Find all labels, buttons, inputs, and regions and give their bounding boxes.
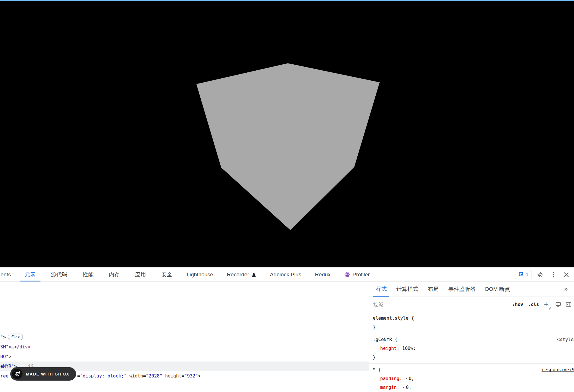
styles-filter-input[interactable] [373,301,502,308]
sidebar-tabs-overflow-icon[interactable]: » [560,285,572,293]
threejs-canvas [0,1,574,267]
screen: ents 元素 源代码 性能 内存 应用 安全 Lighthouse Recor… [0,0,574,392]
tab-security[interactable]: 安全 [154,268,180,281]
cube-3d-object [196,63,380,230]
flask-icon [252,272,256,277]
devtools-toolbar-right: 1 × [511,270,574,279]
tab-profiler[interactable]: Profiler [337,268,376,281]
css-property-line[interactable]: height: 100%; [373,344,574,353]
tab-elements[interactable]: 元素 [17,268,43,281]
filter-divider [507,300,507,308]
css-property-line[interactable]: padding: ▸0; [373,374,574,383]
devtools-content: ">flex SM">…</div> BQ"> eNYR">== $0 ree=… [0,282,574,392]
close-icon: × [563,271,569,279]
rule-close-line: } [373,322,574,331]
more-options-button[interactable] [548,270,558,279]
tab-memory[interactable]: 内存 [101,268,127,281]
issues-count: 1 [526,272,528,277]
styles-sidebar: 样式 计算样式 布局 事件监听器 DOM 断点 » :hov .cls + [369,282,574,392]
rule-selector-line: * { responsive:9 [373,365,574,374]
flex-badge[interactable]: flex [8,334,23,340]
rendering-emulation-icon[interactable] [555,302,561,307]
dom-tree-line[interactable]: BQ"> [0,352,369,362]
tab-sources[interactable]: 源代码 [43,268,75,281]
styles-filter-bar: :hov .cls + [369,297,574,312]
rule-source-link[interactable]: <style> [557,335,574,344]
shorthand-expander-icon[interactable]: ▸ [403,385,405,389]
tab-recorder[interactable]: Recorder [220,268,263,281]
rule-element-style: element.style { } [369,312,574,333]
tab-ents-truncated[interactable]: ents [0,268,17,281]
css-property-line[interactable]: margin: ▸0; [373,383,574,392]
tab-lighthouse[interactable]: Lighthouse [180,268,220,281]
new-style-rule-button[interactable]: + [544,301,551,308]
gifox-label: MADE WITH GIFOX [26,372,69,376]
tab-event-listeners[interactable]: 事件监听器 [443,282,480,297]
element-classes-button[interactable]: .cls [528,302,539,307]
tab-application[interactable]: 应用 [127,268,154,281]
chat-bubble-icon [518,272,524,277]
devtools-panel: ents 元素 源代码 性能 内存 应用 安全 Lighthouse Recor… [0,267,574,392]
fox-icon [12,369,23,379]
styles-sidebar-tabs: 样式 计算样式 布局 事件监听器 DOM 断点 » [369,282,574,297]
close-devtools-button[interactable]: × [561,270,571,279]
tab-layout[interactable]: 布局 [423,282,443,297]
page-canvas-area [0,1,574,267]
rule-selector-line: .gCeNYR { <style> [373,335,574,344]
settings-button[interactable] [535,270,545,279]
css-rules-list: element.style { } .gCeNYR { <style> heig… [369,312,574,392]
tab-computed[interactable]: 计算样式 [392,282,423,297]
collapse-sidebar-icon[interactable] [566,302,571,307]
dom-tree-line[interactable]: ">flex [0,332,369,342]
tab-dom-breakpoints[interactable]: DOM 断点 [480,282,515,297]
rule-source-link[interactable]: responsive:9 [542,365,574,374]
devtools-tabbar: ents 元素 源代码 性能 内存 应用 安全 Lighthouse Recor… [0,268,574,282]
tab-performance[interactable]: 性能 [75,268,101,281]
tab-adblock-plus[interactable]: Adblock Plus [263,268,308,281]
react-atom-icon [344,272,350,277]
dom-tree-line[interactable]: SM">…</div> [0,342,369,352]
toolbar-divider [511,271,511,279]
rule-close-line: } [373,353,574,362]
rule-selector-line[interactable]: element.style { [373,314,574,322]
toggle-element-state-button[interactable]: :hov [512,302,523,307]
rule-universal: * { responsive:9 padding: ▸0; margin: ▸0… [369,364,574,392]
tab-redux[interactable]: Redux [308,268,337,281]
tab-styles[interactable]: 样式 [371,282,392,297]
gear-icon [537,271,543,278]
kebab-menu-icon [553,272,554,277]
rule-gcenyr: .gCeNYR { <style> height: 100%; } [369,333,574,364]
issues-count-button[interactable]: 1 [515,270,532,279]
shorthand-expander-icon[interactable]: ▸ [406,376,408,380]
gifox-watermark: MADE WITH GIFOX [10,367,76,381]
elements-panel: ">flex SM">…</div> BQ"> eNYR">== $0 ree=… [0,282,369,392]
